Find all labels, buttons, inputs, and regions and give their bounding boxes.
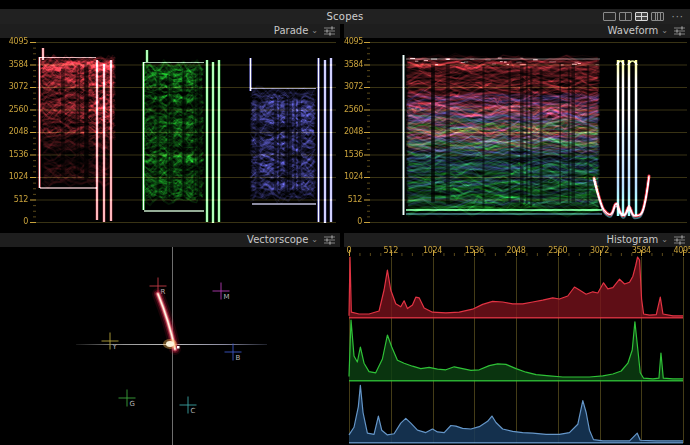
axis-label: 3584 xyxy=(0,60,28,70)
waveform-select-label: Waveform xyxy=(608,24,659,38)
waveform-header: Waveform ⌄ xyxy=(344,24,690,38)
axis-label: 1024 xyxy=(344,172,362,182)
axis-label: 0 xyxy=(347,246,352,255)
histogram-header: Histogram ⌄ xyxy=(344,233,690,247)
axis-label: 512 xyxy=(344,195,362,205)
settings-sliders-icon xyxy=(324,235,335,245)
column-view-layout-button[interactable] xyxy=(651,12,664,21)
axis-label: 2048 xyxy=(344,127,362,137)
axis-label: 0 xyxy=(344,217,362,227)
histogram-pane: 05121024153620482560307235844095 xyxy=(344,247,690,445)
more-options-icon[interactable]: ··· xyxy=(671,12,684,21)
parade-canvas xyxy=(0,38,340,229)
settings-sliders-icon xyxy=(674,235,685,245)
chevron-down-icon: ⌄ xyxy=(661,27,668,35)
axis-label: 1536 xyxy=(344,150,362,160)
axis-label: 4095 xyxy=(673,246,690,255)
layout-buttons xyxy=(603,12,664,21)
axis-label: 4095 xyxy=(344,37,362,47)
parade-select-label: Parade xyxy=(274,24,308,38)
titlebar: Scopes ··· xyxy=(0,9,690,24)
histogram-select[interactable]: Histogram ⌄ xyxy=(606,233,668,247)
chevron-down-icon: ⌄ xyxy=(311,27,318,35)
window-title: Scopes xyxy=(327,11,364,22)
axis-label: 512 xyxy=(384,246,398,255)
axis-label: 2560 xyxy=(0,105,28,115)
vectorscope-select-label: Vectorscope xyxy=(247,233,308,247)
waveform-settings-button[interactable] xyxy=(674,26,685,36)
waveform-pane: 40953584307225602048153610245120 xyxy=(344,38,690,229)
settings-sliders-icon xyxy=(324,26,335,36)
single-view-layout-button[interactable] xyxy=(603,12,616,21)
window-controls: ··· xyxy=(603,9,684,24)
waveform-canvas xyxy=(344,38,690,229)
axis-label: 2560 xyxy=(344,105,362,115)
axis-label: 4095 xyxy=(0,37,28,47)
axis-label: 512 xyxy=(0,195,28,205)
axis-label: 3072 xyxy=(590,246,609,255)
axis-label: 0 xyxy=(0,217,28,227)
vectorscope-trace-canvas xyxy=(0,247,340,445)
quad-view-layout-button[interactable] xyxy=(635,12,648,21)
axis-label: 1536 xyxy=(0,150,28,160)
vectorscope-pane: RMYBGC xyxy=(0,247,340,445)
histogram-canvas xyxy=(344,247,690,445)
axis-label: 3584 xyxy=(344,60,362,70)
settings-sliders-icon xyxy=(674,26,685,36)
waveform-select[interactable]: Waveform ⌄ xyxy=(608,24,668,38)
axis-label: 3072 xyxy=(344,82,362,92)
axis-label: 2048 xyxy=(0,127,28,137)
scopes-window: Scopes ··· Parade ⌄ Waveform ⌄ Vectorsco… xyxy=(0,0,690,445)
axis-label: 2560 xyxy=(548,246,567,255)
parade-pane: 40953584307225602048153610245120 xyxy=(0,38,340,229)
vectorscope-settings-button[interactable] xyxy=(324,235,335,245)
histogram-settings-button[interactable] xyxy=(674,235,685,245)
axis-label: 1024 xyxy=(0,172,28,182)
parade-select[interactable]: Parade ⌄ xyxy=(274,24,318,38)
vectorscope-select[interactable]: Vectorscope ⌄ xyxy=(247,233,318,247)
chevron-down-icon: ⌄ xyxy=(311,236,318,244)
histogram-select-label: Histogram xyxy=(606,233,658,247)
dual-view-layout-button[interactable] xyxy=(619,12,632,21)
axis-label: 2048 xyxy=(506,246,525,255)
axis-label: 3584 xyxy=(632,246,651,255)
parade-header: Parade ⌄ xyxy=(0,24,340,38)
parade-settings-button[interactable] xyxy=(324,26,335,36)
chevron-down-icon: ⌄ xyxy=(661,236,668,244)
vectorscope-header: Vectorscope ⌄ xyxy=(0,233,340,247)
axis-label: 1536 xyxy=(465,246,484,255)
axis-label: 3072 xyxy=(0,82,28,92)
axis-label: 1024 xyxy=(423,246,442,255)
